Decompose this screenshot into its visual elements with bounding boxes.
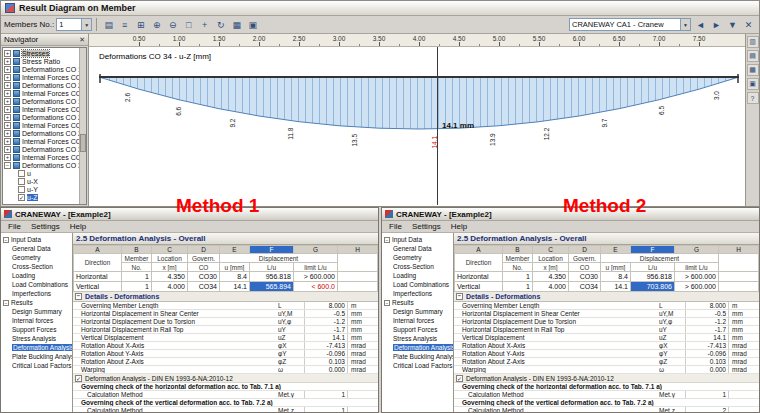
scrollbar-thumb[interactable] (80, 134, 86, 152)
column-letter[interactable]: E (601, 246, 631, 254)
navigator-item[interactable]: +Deformations CO 1 (4, 65, 78, 73)
menu-help[interactable]: Help (446, 222, 472, 231)
column-letter[interactable]: F (631, 246, 675, 254)
table-cell[interactable]: CO34 (569, 282, 601, 292)
tree-item[interactable]: Critical Load Factors (384, 361, 453, 370)
navigator-item[interactable]: +Internal Forces CO 1 (4, 73, 78, 81)
navigator-item[interactable]: +Deformations CO 27 (4, 129, 78, 137)
navigator-subitem[interactable]: u-Y (4, 185, 78, 193)
checkbox-icon[interactable] (18, 178, 25, 185)
table-cell[interactable]: 4.350 (152, 272, 188, 282)
tree-item[interactable]: Cross-Section (3, 262, 72, 271)
checkbox-icon[interactable] (18, 170, 25, 177)
collapse-icon[interactable]: − (75, 293, 82, 300)
tree-item[interactable]: Imperfections (384, 289, 453, 298)
checkbox-icon[interactable]: ✓ (18, 194, 25, 201)
table-cell[interactable]: > 600.000 (675, 282, 719, 292)
zoom-out-icon[interactable]: ⊖ (165, 17, 180, 32)
table-cell[interactable]: Vertical (455, 282, 503, 292)
checkbox-icon[interactable]: ✓ (75, 375, 82, 382)
members-no-select[interactable]: 1 ▼ (56, 18, 92, 31)
table-cell[interactable]: 1 (503, 282, 533, 292)
navigator-item[interactable]: +Internal Forces CO 17 (4, 105, 78, 113)
expander-icon[interactable]: + (4, 90, 11, 97)
column-letter[interactable]: F (250, 246, 294, 254)
settings-icon[interactable]: ≡ (117, 17, 132, 32)
column-letter[interactable]: G (675, 246, 719, 254)
zoom-window-icon[interactable]: ⊞ (133, 17, 148, 32)
table-cell[interactable] (338, 272, 378, 282)
detach-icon[interactable]: ✕ (741, 17, 756, 32)
tree-item[interactable]: Critical Load Factors (3, 361, 72, 370)
expander-icon[interactable]: − (3, 300, 9, 306)
expander-icon[interactable]: + (4, 154, 11, 161)
expander-icon[interactable]: + (4, 74, 11, 81)
navigator-item[interactable]: +Stress Ratio (4, 57, 78, 65)
details-header[interactable]: −Details - Deformations (454, 292, 759, 302)
table-cell[interactable]: 8.4 (220, 272, 250, 282)
expander-icon[interactable]: + (4, 114, 11, 121)
expander-icon[interactable]: + (4, 50, 11, 57)
expander-icon[interactable]: − (384, 300, 390, 306)
tree-item[interactable]: Deformation Analysis (3, 343, 72, 352)
checkbox-icon[interactable]: ✓ (456, 375, 463, 382)
expander-icon[interactable]: − (3, 237, 9, 243)
expander-icon[interactable]: − (4, 162, 11, 169)
navigator-item[interactable]: +Internal Forces CO 2 (4, 89, 78, 97)
print-icon[interactable]: ▤ (101, 17, 116, 32)
expander-icon[interactable]: + (4, 106, 11, 113)
navigator-item[interactable]: +Internal Forces CO 27 (4, 137, 78, 145)
expander-icon[interactable]: + (4, 98, 11, 105)
tree-item[interactable]: Loading (3, 271, 72, 280)
navigator-item[interactable]: +Deformations CO 2 (4, 81, 78, 89)
filter-icon[interactable]: ▼ (725, 17, 740, 32)
column-letter[interactable]: G (294, 246, 338, 254)
navigator-item[interactable]: +Internal Forces CO 20 (4, 121, 78, 129)
tree-item[interactable]: Internal forces (384, 316, 453, 325)
table-cell[interactable]: 703.806 (631, 282, 675, 292)
tree-item[interactable]: Geometry (384, 253, 453, 262)
close-icon[interactable]: ✕ (79, 36, 85, 44)
pan-icon[interactable]: + (197, 17, 212, 32)
column-letter[interactable]: B (122, 246, 152, 254)
table-cell[interactable]: Horizontal (74, 272, 122, 282)
column-letter[interactable]: B (503, 246, 533, 254)
expander-icon[interactable]: + (4, 82, 11, 89)
table-cell[interactable]: 4.000 (533, 282, 569, 292)
table-cell[interactable]: > 600.000 (675, 272, 719, 282)
chevron-down-icon[interactable]: ▼ (680, 19, 690, 30)
next-case-icon[interactable]: ► (709, 17, 724, 32)
table-cell[interactable] (719, 282, 759, 292)
tree-item[interactable]: Load Combinations (384, 280, 453, 289)
table-cell[interactable]: 4.350 (533, 272, 569, 282)
column-letter[interactable]: D (569, 246, 601, 254)
tree-item[interactable]: Plate Buckling Analysis (3, 352, 72, 361)
chevron-down-icon[interactable]: ▼ (81, 19, 91, 30)
navigator-subitem[interactable]: ✓u-Z (4, 193, 78, 201)
column-letter[interactable]: A (455, 246, 503, 254)
column-letter[interactable]: C (152, 246, 188, 254)
tree-item[interactable]: Loading (384, 271, 453, 280)
case-select[interactable]: CRANEWAY CA1 - Cranew ▼ (569, 18, 691, 31)
panels-icon[interactable]: ▥ (747, 36, 759, 48)
details-header[interactable]: −Details - Deformations (73, 292, 378, 302)
menu-settings[interactable]: Settings (407, 222, 446, 231)
tree-item[interactable]: Internal forces (3, 316, 72, 325)
tree-item[interactable]: Stress Analysis (3, 334, 72, 343)
table-cell[interactable]: 1 (122, 272, 152, 282)
expander-icon[interactable]: + (4, 138, 11, 145)
menu-file[interactable]: File (384, 222, 407, 231)
table-cell[interactable]: 956.818 (250, 272, 294, 282)
tree-item[interactable]: Cross-Section (384, 262, 453, 271)
values-icon[interactable]: ▣ (245, 17, 260, 32)
table-cell[interactable] (338, 282, 378, 292)
column-letter[interactable]: H (338, 246, 378, 254)
column-letter[interactable]: D (188, 246, 220, 254)
column-letter[interactable]: E (220, 246, 250, 254)
table-cell[interactable]: 956.818 (631, 272, 675, 282)
navigator-subitem[interactable]: u-X (4, 177, 78, 185)
zoom-in-icon[interactable]: ⊕ (149, 17, 164, 32)
table-cell[interactable] (719, 272, 759, 282)
table-cell[interactable]: 14.1 (601, 282, 631, 292)
table-cell[interactable]: 4.000 (152, 282, 188, 292)
